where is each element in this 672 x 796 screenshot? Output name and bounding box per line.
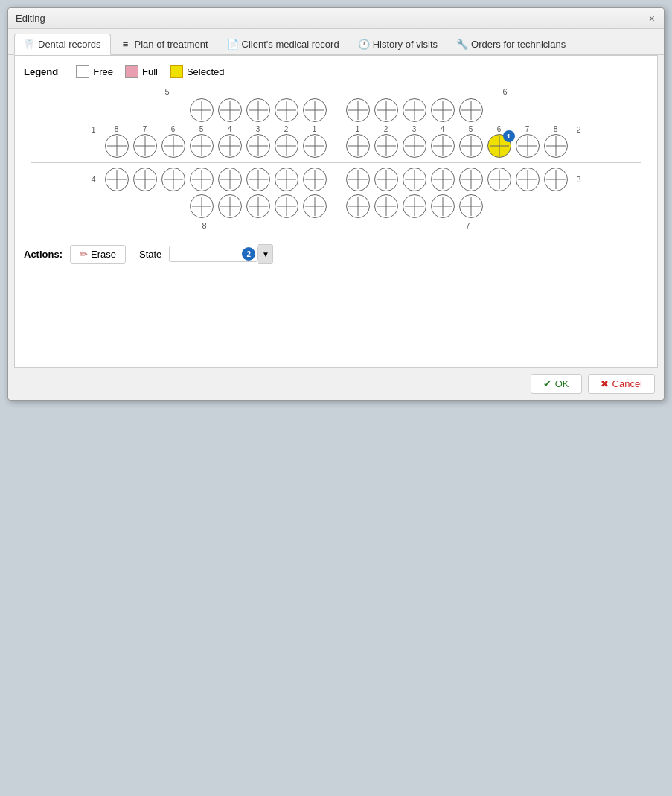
tooth-36 bbox=[485, 168, 513, 191]
tooth-85-circle[interactable] bbox=[190, 194, 214, 218]
num-22: 2 bbox=[372, 125, 400, 134]
tooth-61-circle[interactable] bbox=[346, 98, 370, 122]
tooth-63-circle[interactable] bbox=[403, 98, 426, 122]
tooth-82-circle[interactable] bbox=[275, 194, 298, 218]
tooth-21-circle[interactable] bbox=[346, 134, 370, 158]
tooth-33-circle[interactable] bbox=[403, 168, 426, 191]
tooth-26-badge: 1 bbox=[503, 130, 515, 142]
tooth-23-circle[interactable] bbox=[403, 134, 426, 158]
tooth-24-circle[interactable] bbox=[431, 134, 455, 158]
tooth-22-circle[interactable] bbox=[374, 134, 398, 158]
tooth-27-circle[interactable] bbox=[516, 134, 540, 158]
tooth-72-circle[interactable] bbox=[374, 194, 398, 218]
tooth-18-circle[interactable] bbox=[105, 134, 129, 158]
tooth-13 bbox=[244, 134, 272, 158]
erase-button[interactable]: ✏ Erase bbox=[70, 245, 126, 264]
tooth-47-circle[interactable] bbox=[133, 168, 157, 191]
tooth-15-circle[interactable] bbox=[190, 134, 214, 158]
tooth-25-circle[interactable] bbox=[459, 134, 483, 158]
tab-clients-medical-record[interactable]: 📄 Client's medical record bbox=[218, 34, 349, 54]
tooth-34 bbox=[429, 168, 457, 191]
tooth-16-circle[interactable] bbox=[161, 134, 185, 158]
tooth-64 bbox=[429, 98, 457, 122]
tooth-74-circle[interactable] bbox=[431, 194, 455, 218]
tooth-45-circle[interactable] bbox=[190, 168, 214, 191]
tooth-35-circle[interactable] bbox=[459, 168, 483, 191]
tooth-54-circle[interactable] bbox=[218, 98, 242, 122]
tooth-71-circle[interactable] bbox=[346, 194, 370, 218]
tooth-51 bbox=[301, 98, 329, 122]
tooth-37-circle[interactable] bbox=[516, 168, 540, 191]
tooth-13-circle[interactable] bbox=[246, 134, 270, 158]
x-icon: ✖ bbox=[601, 378, 609, 389]
tooth-46-circle[interactable] bbox=[161, 168, 185, 191]
tooth-84-circle[interactable] bbox=[218, 194, 242, 218]
ok-label: OK bbox=[555, 378, 569, 389]
tooth-75 bbox=[457, 194, 485, 218]
tooth-62-circle[interactable] bbox=[374, 98, 398, 122]
tooth-12-circle[interactable] bbox=[275, 134, 298, 158]
tooth-38-circle[interactable] bbox=[544, 168, 568, 191]
actions-label: Actions: bbox=[24, 249, 63, 260]
state-badge: 2 bbox=[242, 247, 255, 261]
tooth-81 bbox=[301, 194, 329, 218]
tooth-36-circle[interactable] bbox=[487, 168, 511, 191]
lower-pri-right bbox=[344, 168, 570, 191]
tooth-51-circle[interactable] bbox=[303, 98, 327, 122]
tooth-52 bbox=[272, 98, 301, 122]
tooth-32-circle[interactable] bbox=[374, 168, 398, 191]
bottom-bar: ✔ OK ✖ Cancel bbox=[8, 368, 664, 400]
tooth-42 bbox=[272, 168, 301, 191]
tooth-41-circle[interactable] bbox=[303, 168, 327, 191]
legend-title: Legend bbox=[24, 66, 58, 77]
tooth-55-circle[interactable] bbox=[190, 98, 214, 122]
main-window: Editing × 🦷 Dental records ≡ Plan of tre… bbox=[7, 7, 665, 401]
tab-history-of-visits[interactable]: 🕐 History of visits bbox=[349, 34, 447, 54]
tooth-41 bbox=[301, 168, 329, 191]
upper-secondary-teeth bbox=[31, 98, 641, 122]
tooth-28 bbox=[542, 134, 570, 158]
tooth-75-circle[interactable] bbox=[459, 194, 483, 218]
tooth-43-circle[interactable] bbox=[246, 168, 270, 191]
tooth-64-circle[interactable] bbox=[431, 98, 455, 122]
tab-plan-of-treatment[interactable]: ≡ Plan of treatment bbox=[111, 34, 218, 54]
tooth-53 bbox=[244, 98, 272, 122]
dropdown-arrow[interactable]: ▼ bbox=[258, 244, 273, 264]
lower-secondary-teeth bbox=[31, 194, 641, 218]
tooth-38 bbox=[542, 168, 570, 191]
num-11: 1 bbox=[301, 125, 329, 134]
tab-dental-records[interactable]: 🦷 Dental records bbox=[14, 34, 111, 55]
tooth-52-circle[interactable] bbox=[275, 98, 298, 122]
chart-divider bbox=[31, 162, 641, 163]
tooth-17-circle[interactable] bbox=[133, 134, 157, 158]
tab-bar: 🦷 Dental records ≡ Plan of treatment 📄 C… bbox=[8, 29, 664, 55]
upper-secondary-labels: 5 6 bbox=[31, 86, 641, 97]
tooth-72 bbox=[372, 194, 400, 218]
label-8-lower: 8 bbox=[188, 220, 329, 231]
close-button[interactable]: × bbox=[647, 13, 656, 24]
tooth-83-circle[interactable] bbox=[246, 194, 270, 218]
ok-button[interactable]: ✔ OK bbox=[531, 374, 582, 394]
tooth-81-circle[interactable] bbox=[303, 194, 327, 218]
tooth-31-circle[interactable] bbox=[346, 168, 370, 191]
tooth-26-circle[interactable]: 1 bbox=[487, 134, 511, 158]
tooth-14 bbox=[216, 134, 244, 158]
tooth-44-circle[interactable] bbox=[218, 168, 242, 191]
tab-orders-for-technicians[interactable]: 🔧 Orders for technicians bbox=[447, 34, 575, 54]
tooth-11-circle[interactable] bbox=[303, 134, 327, 158]
tooth-34-circle[interactable] bbox=[431, 168, 455, 191]
tooth-73-circle[interactable] bbox=[403, 194, 426, 218]
tooth-53-circle[interactable] bbox=[246, 98, 270, 122]
cancel-button[interactable]: ✖ Cancel bbox=[588, 374, 655, 394]
tooth-63 bbox=[400, 98, 429, 122]
tooth-62 bbox=[372, 98, 400, 122]
tooth-16 bbox=[159, 134, 188, 158]
tooth-42-circle[interactable] bbox=[275, 168, 298, 191]
tooth-48-circle[interactable] bbox=[105, 168, 129, 191]
tooth-28-circle[interactable] bbox=[544, 134, 568, 158]
tooth-65-circle[interactable] bbox=[459, 98, 483, 122]
tooth-14-circle[interactable] bbox=[218, 134, 242, 158]
tooth-17 bbox=[131, 134, 159, 158]
state-dropdown[interactable]: 2 ▼ bbox=[169, 244, 273, 264]
label-7-lower: 7 bbox=[344, 220, 485, 231]
